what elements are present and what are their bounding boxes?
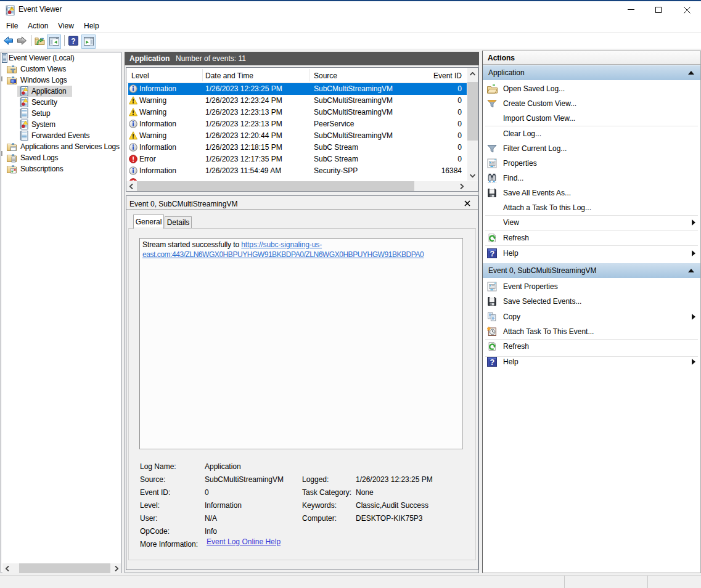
svg-text:?: ? <box>71 37 75 46</box>
